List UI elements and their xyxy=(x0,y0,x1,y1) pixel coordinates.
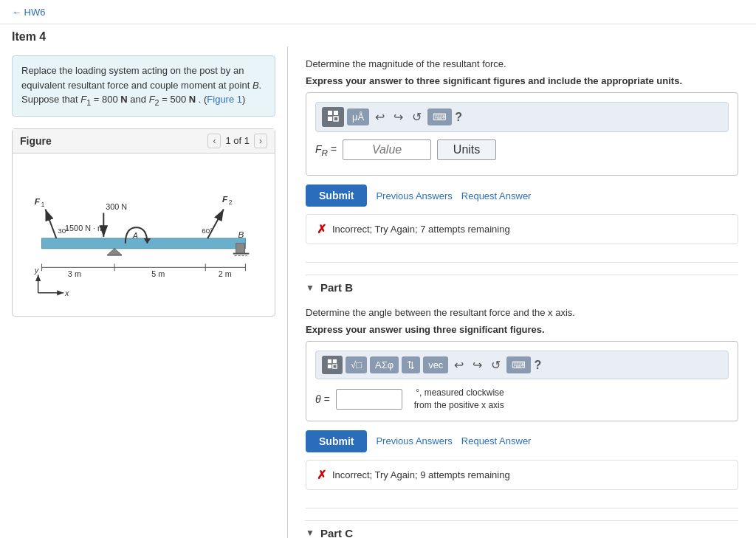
part-a-error-icon: ✗ xyxy=(317,222,326,236)
part-b-angle-input[interactable] xyxy=(336,389,402,410)
part-b-vec-button[interactable]: vec xyxy=(423,356,448,373)
svg-rect-38 xyxy=(334,111,338,115)
svg-text:F: F xyxy=(35,196,41,206)
part-a-prev-answers-link[interactable]: Previous Answers xyxy=(376,190,452,201)
part-a-input-row: FR = Units xyxy=(315,139,729,160)
item-title: Item 4 xyxy=(12,30,46,43)
figure-pagination: 1 of 1 xyxy=(225,135,250,146)
svg-text:60°: 60° xyxy=(202,227,213,235)
part-b-help-button[interactable]: ? xyxy=(534,359,541,372)
svg-text:1: 1 xyxy=(41,200,45,207)
svg-rect-37 xyxy=(328,111,332,115)
svg-marker-3 xyxy=(107,249,122,255)
figure-title: Figure xyxy=(20,135,52,147)
part-a-fr-label: FR = xyxy=(315,143,337,157)
part-b-submit-button[interactable]: Submit xyxy=(306,430,367,452)
part-b-intro: Determine the angle between the resultan… xyxy=(306,307,738,318)
svg-rect-44 xyxy=(333,365,337,368)
part-b-answer-box: √□ ΑΣφ ⇅ vec ↩ ↪ ↺ ⌨ ? θ = °, measured c… xyxy=(306,341,738,421)
part-a-units-display: Units xyxy=(437,139,496,160)
part-a-answer-box: μÅ ↩ ↪ ↺ ⌨ ? FR = Units xyxy=(306,92,738,176)
part-a-submit-button[interactable]: Submit xyxy=(306,184,367,207)
part-b-measured-note: °, measured clockwise from the positive … xyxy=(414,387,504,412)
svg-text:A: A xyxy=(132,231,138,240)
grid-button[interactable] xyxy=(322,107,344,127)
part-b-redo-button[interactable]: ↪ xyxy=(470,356,485,373)
svg-rect-41 xyxy=(328,359,331,363)
part-a-toolbar: μÅ ↩ ↪ ↺ ⌨ ? xyxy=(315,102,729,132)
part-b-undo-button[interactable]: ↩ xyxy=(451,356,467,373)
svg-text:2: 2 xyxy=(229,198,233,205)
svg-line-7 xyxy=(45,209,56,238)
part-a-intro: Determine the magnitude of the resultant… xyxy=(306,58,738,69)
back-link[interactable]: ← HW6 xyxy=(12,7,46,18)
part-b-toggle[interactable]: ▼ xyxy=(306,283,315,293)
part-b-sqrt-button[interactable]: √□ xyxy=(346,356,367,373)
part-a-error-box: ✗ Incorrect; Try Again; 7 attempts remai… xyxy=(306,214,738,244)
svg-text:1500 N · m: 1500 N · m xyxy=(65,224,104,232)
part-c-label: Part C xyxy=(320,527,353,538)
mu-button[interactable]: μÅ xyxy=(347,108,369,125)
help-button[interactable]: ? xyxy=(455,111,462,124)
part-b-toolbar: √□ ΑΣφ ⇅ vec ↩ ↪ ↺ ⌨ ? xyxy=(315,351,729,379)
svg-text:3 m: 3 m xyxy=(68,269,81,278)
part-b-request-answer-link[interactable]: Request Answer xyxy=(461,435,532,446)
part-a-value-input[interactable] xyxy=(343,139,431,160)
keyboard-button[interactable]: ⌨ xyxy=(427,108,452,125)
svg-rect-40 xyxy=(334,117,338,121)
part-b-actions: Submit Previous Answers Request Answer xyxy=(306,430,738,452)
figure-navigation: ‹ 1 of 1 › xyxy=(207,134,267,148)
figure-image: 3 m 5 m 2 m F 1 30° F 2 60° B 3 xyxy=(20,161,267,308)
svg-text:B: B xyxy=(238,230,244,240)
part-b-keyboard-button[interactable]: ⌨ xyxy=(506,356,531,373)
svg-rect-43 xyxy=(328,365,331,368)
part-b-instruction: Express your answer using three signific… xyxy=(306,324,738,335)
part-b-updown-button[interactable]: ⇅ xyxy=(402,356,420,373)
part-b-theta-label: θ = xyxy=(315,393,330,405)
svg-rect-39 xyxy=(328,117,332,121)
redo-button[interactable]: ↪ xyxy=(391,108,406,125)
reset-button[interactable]: ↺ xyxy=(409,108,425,125)
part-c-header: ▼ Part C xyxy=(306,520,738,538)
part-b-prev-answers-link[interactable]: Previous Answers xyxy=(376,435,452,446)
problem-text: Replace the loading system acting on the… xyxy=(12,55,275,117)
svg-rect-4 xyxy=(236,244,245,254)
part-b-error-icon: ✗ xyxy=(317,468,326,482)
part-b-reset-button[interactable]: ↺ xyxy=(488,356,504,373)
figure-link[interactable]: Figure 1 xyxy=(207,94,242,105)
part-a-request-answer-link[interactable]: Request Answer xyxy=(461,190,532,201)
part-b-input-row: θ = °, measured clockwise from the posit… xyxy=(315,387,729,412)
svg-text:2 m: 2 m xyxy=(219,269,232,278)
part-b-error-box: ✗ Incorrect; Try Again; 9 attempts remai… xyxy=(306,460,738,490)
part-a-actions: Submit Previous Answers Request Answer xyxy=(306,184,738,207)
part-b-grid-button[interactable] xyxy=(322,356,343,374)
svg-rect-42 xyxy=(333,359,337,363)
svg-text:F: F xyxy=(222,193,228,204)
part-a-error-text: Incorrect; Try Again; 7 attempts remaini… xyxy=(332,224,510,235)
part-b-label: Part B xyxy=(320,281,353,294)
figure-next-button[interactable]: › xyxy=(254,134,267,148)
svg-text:y: y xyxy=(34,266,39,275)
svg-text:300 N: 300 N xyxy=(106,201,127,210)
svg-rect-0 xyxy=(42,238,246,249)
undo-button[interactable]: ↩ xyxy=(372,108,388,125)
svg-text:x: x xyxy=(64,289,69,297)
part-b-error-text: Incorrect; Try Again; 9 attempts remaini… xyxy=(332,469,510,480)
svg-text:5 m: 5 m xyxy=(151,269,165,278)
part-b-delta-phi-button[interactable]: ΑΣφ xyxy=(370,356,399,373)
figure-prev-button[interactable]: ‹ xyxy=(207,134,221,148)
figure-container: Figure ‹ 1 of 1 › xyxy=(12,128,275,317)
part-a-instruction: Express your answer to three significant… xyxy=(306,75,738,86)
part-b-header: ▼ Part B xyxy=(306,275,738,300)
part-c-toggle[interactable]: ▼ xyxy=(306,528,315,538)
